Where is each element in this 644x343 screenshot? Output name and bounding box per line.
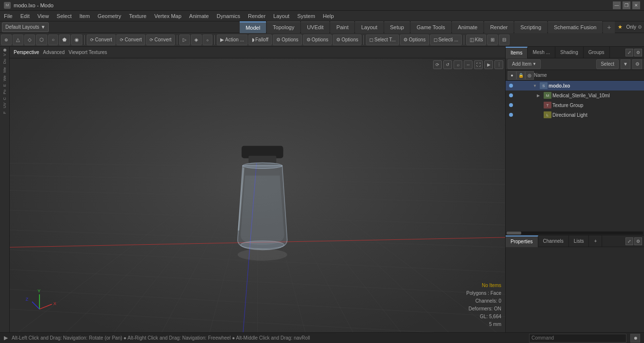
tool-t3[interactable]: ◇ [24,35,35,45]
viewport-rotate-btn[interactable]: ⟳ [433,60,442,69]
viewport-perspective[interactable]: Perspective [14,50,39,55]
menu-layout[interactable]: Layout [269,11,293,21]
prop-tab-properties[interactable]: Properties [506,235,538,247]
prop-tab-plus[interactable]: + [589,235,602,247]
list-item-mesh[interactable]: ▶ M Medical_Sterile_Vial_10ml [506,90,644,100]
tab-topology[interactable]: Topology [267,21,300,33]
close-button[interactable]: ✕ [632,1,640,9]
list-item-scene[interactable]: ▼ S modo.lxo [506,81,644,90]
panel-tab-shading[interactable]: Shading [555,47,584,58]
viewport[interactable]: Perspective Advanced Viewport Textures [10,47,505,332]
tab-scripting[interactable]: Scripting [514,21,547,33]
list-item-texture[interactable]: T Texture Group [506,100,644,110]
tool-t8[interactable]: ▷ [179,35,190,45]
add-tab-button[interactable]: + [603,21,615,33]
menu-help[interactable]: Help [319,11,338,21]
sidebar-label-e[interactable]: E [1,83,8,88]
tab-uvedit[interactable]: UVEdit [301,21,329,33]
tab-schematic[interactable]: Schematic Fusion [548,21,602,33]
viewport-menu-btn[interactable]: ⋮ [494,60,503,69]
menu-vertex-map[interactable]: Vertex Map [151,11,186,21]
tool-t5[interactable]: ○ [48,35,58,45]
menu-edit[interactable]: Edit [17,11,34,21]
tool-t4[interactable]: ⬡ [36,35,47,45]
scene-expand-icon[interactable]: ▼ [533,84,539,88]
menu-system[interactable]: System [293,11,319,21]
sidebar-label-c[interactable]: C [1,96,8,101]
viewport-pan-btn[interactable]: ↔ [464,60,473,69]
tab-game-tools[interactable]: Game Tools [411,21,451,33]
kits-button[interactable]: ◫ Kits [466,35,487,45]
menu-item[interactable]: Item [76,11,94,21]
panel-settings-btn[interactable]: ⚙ [634,49,642,56]
lock-col-header[interactable]: 🔒 [516,71,525,80]
tool-options-1[interactable]: ⚙ Options [273,35,302,45]
panel-tab-mesh[interactable]: Mesh ... [528,47,555,58]
tool-t6[interactable]: ⬟ [59,35,70,45]
command-input[interactable] [529,334,626,343]
tab-animate[interactable]: Animate [452,21,483,33]
viewport-zoom-btn[interactable]: ⌕ [454,60,462,69]
mesh-expand-icon[interactable]: ▶ [537,93,543,98]
sidebar-label-du[interactable]: Du [1,58,8,65]
viewport-textures[interactable]: Viewport Textures [69,50,107,55]
convert-1-button[interactable]: ⟳ Convert [87,35,115,45]
scroll-thumb[interactable] [507,232,521,235]
light-eye[interactable] [507,113,515,117]
sidebar-label-uv[interactable]: UV [1,102,8,109]
tab-layout[interactable]: Layout [355,21,383,33]
statusbar-end-btn[interactable]: ⏺ [630,334,640,343]
menu-file[interactable]: File [0,11,17,21]
tool-t11[interactable]: ⊞ [487,35,498,45]
tool-t2[interactable]: △ [13,35,23,45]
add-item-button[interactable]: Add Item ▼ [508,59,541,69]
panel-expand-btn[interactable]: ⤢ [625,49,633,56]
scene-eye[interactable] [507,84,515,88]
tool-select-btn[interactable]: ⊕ [1,35,12,45]
tool-t10[interactable]: ⬦ [203,35,212,45]
action-button[interactable]: ▶ Action ... [217,35,247,45]
filter-button[interactable]: ▼ [621,59,630,69]
tool-t7[interactable]: ◉ [71,35,82,45]
tool-options-2[interactable]: ⚙ Options [303,35,332,45]
panel-tab-groups[interactable]: Groups [584,47,610,58]
list-item-light[interactable]: L Directional Light [506,110,644,120]
menu-texture[interactable]: Texture [125,11,151,21]
tab-render[interactable]: Render [484,21,513,33]
convert-2-button[interactable]: ⟳ Convert [116,35,145,45]
minimize-button[interactable]: — [613,1,621,9]
menu-geometry[interactable]: Geometry [94,11,125,21]
prop-tab-channels[interactable]: Channels [538,235,569,247]
sidebar-label-we[interactable]: We [1,74,8,82]
menu-select[interactable]: Select [53,11,76,21]
viewport-advanced[interactable]: Advanced [43,50,64,55]
texture-eye[interactable] [507,103,515,107]
tool-t9[interactable]: ◈ [191,35,202,45]
layout-preset-dropdown[interactable]: Default Layouts ▼ [2,22,49,32]
select-t-button[interactable]: ◻ Select T... [366,35,399,45]
viewport-play-btn[interactable]: ▶ [484,60,493,69]
tool-t12[interactable]: ⊟ [499,35,510,45]
tool-options-3[interactable]: ⚙ Options [333,35,361,45]
sidebar-label-vert[interactable]: V [1,53,8,57]
mesh-eye[interactable] [507,93,515,97]
tab-paint[interactable]: Paint [330,21,354,33]
maximize-button[interactable]: ❐ [623,1,630,9]
sidebar-label-f[interactable]: F [1,110,8,115]
prop-tab-lists[interactable]: Lists [569,235,589,247]
tool-options-4[interactable]: ⚙ Options [400,35,429,45]
falloff-button[interactable]: ◗ Falloff [248,35,272,45]
menu-render[interactable]: Render [244,11,269,21]
viewport-undo-btn[interactable]: ↺ [443,60,452,69]
tab-setup[interactable]: Setup [384,21,410,33]
render-col-header[interactable]: ◎ [525,71,534,80]
items-settings-btn[interactable]: ⚙ [632,59,642,69]
select-button[interactable]: Select [596,59,619,69]
sidebar-label-me[interactable]: Me [1,66,8,73]
convert-3-button[interactable]: ⟳ Convert [146,35,175,45]
menu-view[interactable]: View [34,11,53,21]
panel-tab-items[interactable]: Items [506,47,528,58]
menu-dynamics[interactable]: Dynamics [213,11,244,21]
selecti-button[interactable]: ◻ Selecti ... [430,35,462,45]
sidebar-label-po[interactable]: Po [1,89,8,95]
